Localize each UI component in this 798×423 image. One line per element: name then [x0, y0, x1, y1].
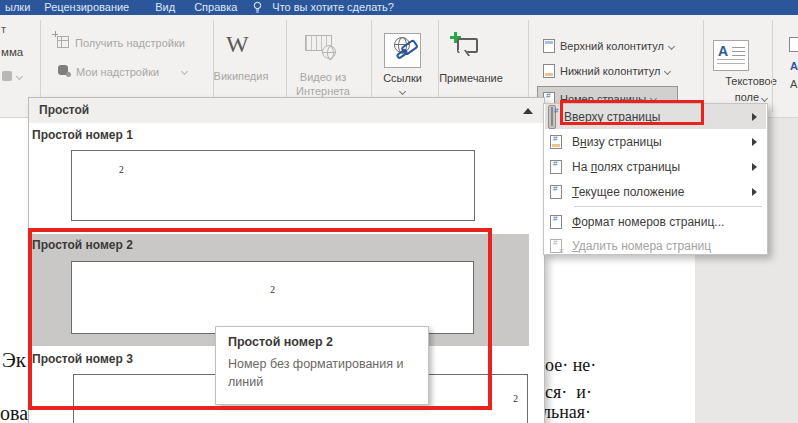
document-text-fragment: Эк	[2, 348, 26, 373]
tooltip-line2: линий	[228, 375, 263, 389]
menu-item-current-position[interactable]: # Текущее положение	[545, 179, 766, 204]
clipped-screenshot-icon[interactable]	[2, 71, 12, 81]
textbox-button-label-line2[interactable]: поле	[703, 91, 798, 103]
text-lines-icon	[732, 47, 745, 58]
textbox-button-icon[interactable]: А	[713, 40, 749, 71]
chevron-down-icon	[761, 95, 768, 102]
textbox-button-label[interactable]: Текстовое	[703, 75, 798, 87]
submenu-arrow-icon	[752, 188, 757, 196]
tab-links-partial[interactable]: ылки	[5, 0, 30, 15]
hash-glyph: #	[554, 106, 558, 115]
menu-divider	[574, 206, 762, 207]
chevron-down-icon	[399, 88, 406, 95]
gallery-section-title: Простой	[29, 98, 544, 123]
ribbon-tab-bar: ылки Рецензирование Вид Справка Что вы х…	[0, 0, 798, 15]
wikipedia-button[interactable]: Википедия	[212, 70, 270, 82]
gallery-item-label: Простой номер 3	[32, 352, 133, 366]
textbox-label-text: поле	[735, 91, 759, 103]
chevron-down-icon	[664, 67, 671, 74]
chevron-down-icon	[650, 95, 657, 102]
comment-button[interactable]: Примечание	[439, 72, 503, 84]
menu-item-format-page-numbers[interactable]: # Формат номеров страниц...	[545, 209, 766, 234]
remove-page-numbers-icon: #×	[550, 239, 562, 253]
my-addins-button[interactable]: Мои надстройки	[76, 66, 159, 78]
header-page-icon	[543, 39, 555, 53]
footer-page-icon	[543, 64, 555, 78]
header-button[interactable]: Верхний колонтитул	[543, 39, 674, 53]
current-position-icon: #	[550, 185, 562, 199]
submenu-arrow-icon	[752, 138, 757, 146]
gallery-item-simple-number-2[interactable]: 2	[71, 261, 474, 334]
menu-item-remove-page-numbers: #× Удалить номера страниц	[545, 233, 766, 258]
tooltip-line1: Номер без форматирования и	[228, 357, 403, 371]
menu-item-top-of-page[interactable]: # Вверху страницы	[545, 104, 766, 129]
chevron-down-icon	[181, 68, 188, 75]
hash-glyph: #	[553, 184, 557, 193]
gallery-item-simple-number-1[interactable]: 2	[71, 150, 475, 221]
gallery-section-header: Простой	[29, 98, 544, 123]
bottom-of-page-icon: #	[550, 135, 562, 149]
chevron-down-icon	[16, 73, 23, 80]
submenu-arrow-icon	[752, 163, 757, 171]
document-text-fragment: льная·	[542, 402, 591, 423]
hash-glyph: #	[553, 214, 557, 223]
document-text-fragment: ое· не·	[545, 355, 596, 376]
letter-a-icon: А	[718, 43, 728, 59]
hash-glyph: #	[546, 91, 550, 100]
online-video-button[interactable]: Видео из	[297, 71, 349, 83]
clipped-dropcap-icon[interactable]: А	[790, 78, 797, 90]
clipped-button-text[interactable]: т	[1, 23, 6, 35]
scroll-up-icon[interactable]	[523, 108, 533, 114]
lightbulb-icon	[252, 1, 263, 14]
clipped-chart-button-text[interactable]: мма	[1, 46, 23, 58]
document-text-fragment: ся· и·	[545, 382, 592, 403]
hash-glyph: #	[553, 238, 557, 247]
online-video-globe-icon	[322, 45, 336, 59]
gallery-tooltip: Простой номер 2 Номер без форматирования…	[215, 326, 429, 405]
footer-button-label: Нижний колонтитул	[560, 65, 660, 77]
gallery-item-label: Простой номер 2	[32, 238, 133, 252]
hash-glyph: #	[553, 134, 557, 143]
menu-item-page-margins[interactable]: # На полях страницы	[545, 154, 766, 179]
header-button-label: Верхний колонтитул	[560, 40, 664, 52]
preview-page-number: 2	[270, 285, 275, 295]
wikipedia-icon: W	[226, 31, 249, 57]
tooltip-description: Номер без форматирования и линий	[228, 355, 416, 391]
comment-bubble-icon	[457, 38, 478, 53]
links-button[interactable]	[384, 33, 421, 68]
text-lines-icon	[717, 59, 745, 66]
my-addins-icon	[58, 65, 68, 75]
preview-page-number: 2	[513, 394, 518, 404]
get-addins-icon	[57, 36, 69, 48]
top-of-page-icon: #	[548, 105, 556, 129]
footer-button[interactable]: Нижний колонтитул	[543, 64, 670, 78]
links-button-label[interactable]: Ссылки	[379, 72, 426, 84]
document-text-fragment: ова	[0, 402, 28, 423]
clipped-wordart-icon[interactable]: А	[790, 60, 798, 72]
page-margins-icon: #	[550, 160, 562, 174]
gallery-item-label: Простой номер 1	[32, 128, 133, 142]
tell-me-box[interactable]: Что вы хотите сделать?	[272, 0, 394, 15]
menu-item-bottom-of-page[interactable]: # Внизу страницы	[545, 129, 766, 154]
submenu-arrow-icon	[752, 113, 757, 121]
tooltip-title: Простой номер 2	[228, 335, 416, 349]
get-addins-button[interactable]: Получить надстройки	[75, 37, 185, 49]
preview-page-number: 2	[119, 165, 124, 175]
tab-help[interactable]: Справка	[194, 0, 237, 15]
page-number-menu: # Вверху страницы # Внизу страницы # На …	[543, 103, 768, 255]
hash-glyph: #	[553, 159, 557, 168]
group-divider	[772, 20, 773, 112]
clipped-quickparts-icon[interactable]	[789, 37, 798, 52]
format-page-numbers-icon: #	[550, 215, 562, 229]
delete-x-glyph: ×	[559, 246, 564, 256]
chevron-down-icon	[668, 42, 675, 49]
word-window: ылки Рецензирование Вид Справка Что вы х…	[0, 0, 798, 423]
online-video-button-line2[interactable]: Интернета	[293, 85, 353, 97]
tab-review[interactable]: Рецензирование	[44, 0, 129, 15]
tab-view[interactable]: Вид	[155, 0, 175, 15]
